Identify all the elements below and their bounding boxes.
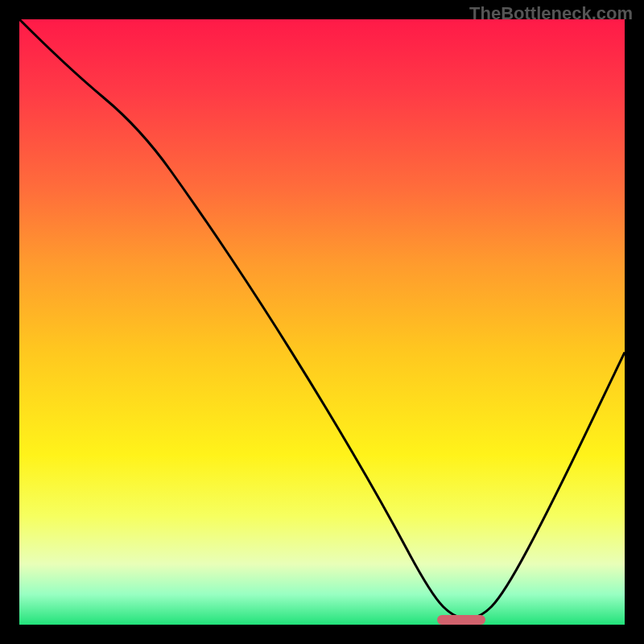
curve-path	[19, 19, 625, 618]
bottleneck-curve	[19, 19, 625, 625]
chart-plot-area	[19, 19, 625, 625]
optimal-range-marker	[437, 615, 485, 625]
watermark-label: TheBottleneck.com	[469, 3, 633, 24]
